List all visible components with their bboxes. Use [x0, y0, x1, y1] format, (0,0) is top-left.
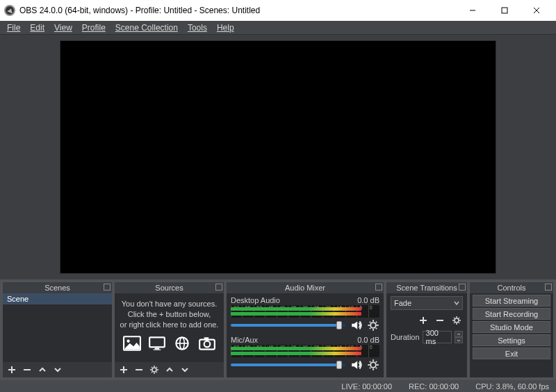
- mute-button[interactable]: [350, 319, 363, 332]
- settings-button[interactable]: Settings: [473, 334, 550, 346]
- svg-line-46: [370, 361, 370, 362]
- mixer-body: Desktop Audio 0.0 dB -60-55-50-45-40-35-…: [227, 293, 384, 377]
- menu-tools[interactable]: Tools: [183, 22, 211, 34]
- svg-point-53: [455, 318, 459, 322]
- scene-item[interactable]: Scene: [3, 293, 112, 304]
- svg-rect-11: [153, 349, 161, 350]
- svg-line-48: [370, 368, 370, 368]
- window-title: OBS 24.0.0 (64-bit, windows) - Profile: …: [19, 6, 457, 15]
- preview-canvas[interactable]: [60, 41, 496, 273]
- mixer-channel-name: Mic/Aux: [231, 336, 258, 344]
- popout-icon[interactable]: [459, 284, 466, 291]
- mixer-channel-db: 0.0 dB: [357, 296, 379, 304]
- svg-rect-16: [204, 337, 208, 340]
- svg-line-26: [152, 367, 152, 368]
- svg-line-38: [370, 328, 370, 329]
- svg-line-47: [376, 368, 377, 368]
- dock-mixer: Audio Mixer Desktop Audio 0.0 dB -60-55-…: [227, 282, 384, 377]
- menu-profile[interactable]: Profile: [78, 22, 110, 34]
- svg-line-27: [156, 372, 157, 373]
- dock-mixer-header[interactable]: Audio Mixer: [227, 282, 384, 293]
- svg-marker-30: [352, 321, 357, 329]
- svg-line-36: [370, 322, 370, 322]
- transitions-body: Fade Duration 300 ms: [386, 293, 467, 377]
- dock-controls-header[interactable]: Controls: [470, 282, 553, 293]
- duration-up-button[interactable]: [455, 331, 463, 337]
- svg-line-49: [376, 361, 377, 362]
- svg-line-59: [459, 322, 459, 323]
- dock-transitions: Scene Transitions Fade Duration 300 ms: [386, 282, 467, 377]
- menu-view[interactable]: View: [50, 22, 76, 34]
- status-cpu: CPU: 3.8%, 60.00 fps: [475, 382, 549, 391]
- status-live: LIVE: 00:00:00: [341, 382, 392, 391]
- close-button[interactable]: [521, 1, 552, 20]
- popout-icon[interactable]: [375, 284, 382, 291]
- menu-help[interactable]: Help: [213, 22, 238, 34]
- remove-source-button[interactable]: [133, 364, 145, 376]
- menu-scene-collection[interactable]: Scene Collection: [111, 22, 182, 34]
- add-scene-button[interactable]: [6, 364, 18, 376]
- titlebar: OBS 24.0.0 (64-bit, windows) - Profile: …: [0, 0, 556, 21]
- dock-controls: Controls Start Streaming Start Recording…: [470, 282, 553, 377]
- move-source-down-button[interactable]: [179, 364, 191, 376]
- scenes-list[interactable]: Scene: [3, 293, 112, 362]
- source-properties-button[interactable]: [148, 364, 161, 376]
- studio-mode-button[interactable]: Studio Mode: [473, 321, 550, 333]
- mixer-meter: -60-55-50-45-40-35-30-25-20-15-10-50: [231, 305, 379, 318]
- move-scene-up-button[interactable]: [36, 364, 49, 376]
- svg-line-58: [454, 318, 455, 318]
- menu-edit[interactable]: Edit: [26, 22, 49, 34]
- scenes-toolbar: [3, 362, 112, 377]
- chevron-down-icon: [454, 300, 459, 306]
- svg-rect-9: [149, 337, 165, 347]
- sources-empty-message: You don't have any sources. Click the + …: [115, 293, 224, 355]
- mixer-channel: Desktop Audio 0.0 dB -60-55-50-45-40-35-…: [231, 296, 379, 332]
- dock-scenes-header[interactable]: Scenes: [3, 282, 112, 293]
- svg-line-39: [376, 322, 377, 322]
- svg-point-31: [370, 322, 376, 328]
- obs-app-icon: [4, 5, 15, 16]
- docks: Scenes Scene Sources You don't have any …: [0, 279, 556, 380]
- dock-scenes: Scenes Scene: [3, 282, 112, 377]
- minimize-button[interactable]: [457, 1, 488, 20]
- popout-icon[interactable]: [545, 284, 552, 291]
- svg-line-29: [156, 367, 157, 368]
- transition-properties-button[interactable]: [450, 314, 463, 327]
- svg-rect-1: [502, 8, 507, 13]
- transition-select[interactable]: Fade: [391, 296, 463, 310]
- channel-settings-button[interactable]: [367, 319, 379, 332]
- add-source-button[interactable]: [117, 364, 130, 376]
- popout-icon[interactable]: [215, 284, 222, 291]
- start-recording-button[interactable]: Start Recording: [473, 308, 550, 320]
- statusbar: LIVE: 00:00:00 REC: 00:00:00 CPU: 3.8%, …: [0, 380, 556, 392]
- sources-list[interactable]: You don't have any sources. Click the + …: [115, 293, 224, 362]
- move-source-up-button[interactable]: [163, 364, 176, 376]
- maximize-button[interactable]: [489, 1, 520, 20]
- window-buttons: [457, 1, 552, 20]
- mute-button[interactable]: [350, 359, 363, 371]
- mixer-volume-slider[interactable]: [231, 324, 346, 327]
- menubar: File Edit View Profile Scene Collection …: [0, 21, 556, 35]
- globe-source-icon: [172, 334, 193, 352]
- controls-body: Start Streaming Start Recording Studio M…: [470, 293, 553, 377]
- menu-file[interactable]: File: [3, 22, 24, 34]
- mixer-volume-slider[interactable]: [231, 364, 346, 366]
- move-scene-down-button[interactable]: [51, 364, 64, 376]
- add-transition-button[interactable]: [417, 314, 430, 327]
- channel-settings-button[interactable]: [367, 359, 379, 371]
- duration-label: Duration: [391, 333, 420, 341]
- svg-line-60: [454, 322, 455, 323]
- preview-area: [0, 35, 556, 279]
- duration-down-button[interactable]: [455, 337, 463, 343]
- remove-transition-button[interactable]: [434, 314, 446, 327]
- svg-rect-10: [154, 348, 159, 349]
- exit-button[interactable]: Exit: [473, 348, 550, 359]
- dock-transitions-header[interactable]: Scene Transitions: [386, 282, 467, 293]
- remove-scene-button[interactable]: [21, 364, 33, 376]
- duration-input[interactable]: 300 ms: [423, 331, 452, 343]
- start-streaming-button[interactable]: Start Streaming: [473, 295, 550, 307]
- popout-icon[interactable]: [104, 284, 111, 291]
- dock-sources-header[interactable]: Sources: [115, 282, 224, 293]
- mixer-meter: -60-55-50-45-40-35-30-25-20-15-10-50: [231, 345, 379, 357]
- mixer-channel-name: Desktop Audio: [231, 296, 280, 304]
